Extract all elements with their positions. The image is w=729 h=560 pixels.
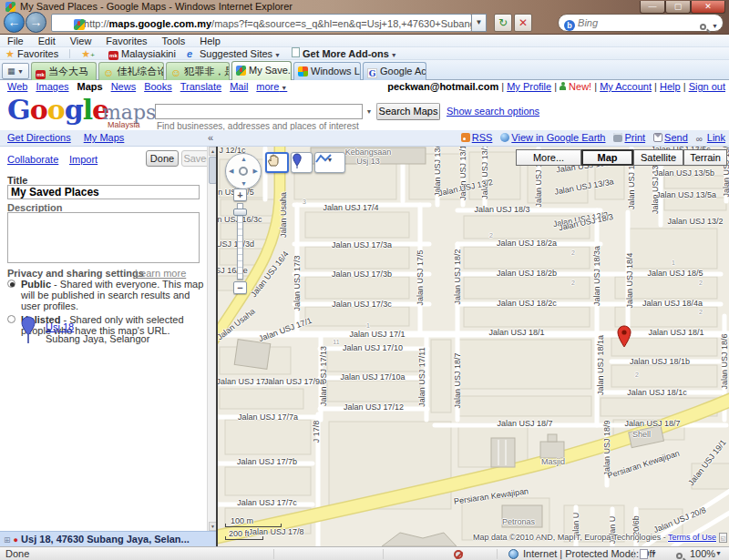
tab-1[interactable]: mk当今大马 bbox=[31, 62, 97, 80]
tab-4[interactable]: My Save...✕ bbox=[231, 61, 292, 80]
page-zoom-dropdown-icon[interactable]: ▼ bbox=[651, 547, 657, 560]
map-type-more[interactable]: More... bbox=[516, 149, 581, 166]
pan-down-icon[interactable]: ▼ bbox=[241, 180, 247, 187]
share-link-label[interactable]: Link bbox=[707, 132, 725, 143]
google-link-mail[interactable]: Mail bbox=[230, 81, 248, 92]
share-link-label[interactable]: View in Google Earth bbox=[511, 132, 605, 143]
zoom-slider-thumb[interactable] bbox=[233, 209, 247, 216]
map-type-map[interactable]: Map bbox=[581, 149, 633, 166]
share-view-in-google-earth[interactable]: View in Google Earth bbox=[500, 132, 605, 143]
pan-center-icon[interactable] bbox=[239, 167, 248, 176]
map-pan-control[interactable]: ▲ ▼ ◀ ▶ bbox=[225, 153, 262, 189]
add-placemark-tool-button[interactable] bbox=[291, 152, 313, 173]
menu-favorites[interactable]: Favorites bbox=[98, 35, 154, 47]
map-label: Jalan USJ 18/1 bbox=[488, 328, 544, 337]
address-dropdown-button[interactable]: ▼ bbox=[472, 14, 487, 32]
pan-up-icon[interactable]: ▲ bbox=[241, 156, 247, 162]
account-link-help[interactable]: Help bbox=[660, 81, 681, 92]
tab-5[interactable]: Windows Li... bbox=[293, 62, 361, 80]
radio-public[interactable] bbox=[7, 280, 15, 288]
google-link-web[interactable]: Web bbox=[7, 81, 27, 92]
zoom-out-button[interactable]: − bbox=[233, 281, 247, 294]
smartscreen-icon[interactable] bbox=[454, 550, 463, 559]
back-button[interactable]: ← bbox=[4, 12, 25, 33]
map-marker-icon[interactable] bbox=[616, 325, 632, 352]
share-link-label[interactable]: RSS bbox=[472, 132, 493, 143]
subbar-link-my-maps[interactable]: My Maps bbox=[84, 132, 125, 143]
tab-label: My Save... bbox=[249, 65, 292, 76]
map-search-input[interactable] bbox=[155, 104, 363, 119]
share-rss[interactable]: RSS bbox=[461, 132, 493, 143]
menu-tools[interactable]: Tools bbox=[155, 35, 193, 47]
subbar-link-get-directions[interactable]: Get Directions bbox=[7, 132, 71, 143]
collapse-sidebar-button[interactable]: « bbox=[208, 130, 213, 146]
menu-help[interactable]: Help bbox=[192, 35, 228, 47]
google-link-maps[interactable]: Maps bbox=[77, 81, 103, 92]
zoom-magnifier-icon[interactable] bbox=[676, 549, 683, 560]
page-zoom-icon[interactable] bbox=[640, 549, 648, 559]
search-icon[interactable] bbox=[700, 18, 706, 35]
quick-tabs-button[interactable]: ▦ ▼ bbox=[2, 63, 29, 79]
done-button[interactable]: Done bbox=[146, 150, 179, 167]
divider bbox=[633, 549, 634, 559]
zoom-in-button[interactable]: + bbox=[233, 188, 247, 201]
share-print[interactable]: Print bbox=[613, 132, 645, 143]
tab-3[interactable]: ☺犯罪非，是... bbox=[166, 62, 230, 80]
pan-right-icon[interactable]: ▶ bbox=[253, 168, 258, 175]
minimize-button[interactable]: — bbox=[640, 1, 665, 14]
google-link-more[interactable]: more ▼ bbox=[256, 81, 287, 92]
dropdown-caret-icon[interactable]: ▼ bbox=[272, 52, 281, 58]
google-link-books[interactable]: Books bbox=[144, 81, 172, 92]
saved-place-link[interactable]: Usj 18 bbox=[46, 321, 74, 332]
account-link-my-account[interactable]: My Account bbox=[600, 81, 652, 92]
forward-button[interactable]: → bbox=[26, 12, 46, 33]
search-maps-button[interactable]: Search Maps bbox=[376, 103, 440, 120]
share-link[interactable]: ∞Link bbox=[696, 132, 725, 143]
menu-edit[interactable]: Edit bbox=[31, 35, 63, 47]
google-link-news[interactable]: News bbox=[111, 81, 137, 92]
dropdown-caret-icon[interactable]: ▼ bbox=[389, 52, 397, 58]
new-badge[interactable]: New! bbox=[566, 81, 591, 92]
terms-of-use-link[interactable]: Terms of Use bbox=[668, 533, 716, 542]
saved-place-list-item[interactable]: ⊞ ● Usj 18, 47630 Subang Jaya, Selan... bbox=[0, 531, 217, 546]
search-history-dropdown-icon[interactable]: ▼ bbox=[364, 106, 375, 117]
map-type-terrain[interactable]: Terrain bbox=[683, 149, 727, 166]
draw-line-tool-button[interactable]: ▼ bbox=[314, 152, 345, 173]
close-button[interactable]: ✕ bbox=[691, 1, 725, 14]
menu-view[interactable]: View bbox=[63, 35, 99, 47]
import-link[interactable]: Import bbox=[69, 154, 98, 165]
favorites-button[interactable]: ★ Favorites bbox=[0, 47, 64, 60]
tab-6[interactable]: GGoogle Ac... bbox=[363, 62, 426, 80]
refresh-button[interactable]: ↻ bbox=[494, 14, 512, 32]
tab-2[interactable]: ☺佳礼综合论... bbox=[98, 62, 164, 80]
description-textarea[interactable] bbox=[7, 212, 200, 263]
expand-icon[interactable]: ⊞ bbox=[4, 535, 11, 545]
show-search-options-link[interactable]: Show search options bbox=[447, 106, 539, 117]
menu-file[interactable]: File bbox=[0, 35, 31, 47]
radio-unlisted[interactable] bbox=[7, 315, 15, 323]
favorite-item-malaysiakini[interactable]: mk Malaysiakini bbox=[103, 47, 181, 60]
google-link-translate[interactable]: Translate bbox=[180, 81, 221, 92]
share-link-label[interactable]: Print bbox=[624, 132, 645, 143]
stop-button[interactable]: ✕ bbox=[514, 14, 532, 32]
learn-more-link[interactable]: Learn more bbox=[135, 268, 186, 279]
hand-tool-button[interactable] bbox=[265, 152, 289, 173]
map-type-satellite[interactable]: Satellite bbox=[633, 149, 683, 166]
bing-search-box[interactable]: b Bing ▼ bbox=[558, 14, 724, 32]
account-link-sign-out[interactable]: Sign out bbox=[689, 81, 725, 92]
maximize-button[interactable]: ▢ bbox=[665, 1, 691, 14]
share-send[interactable]: Send bbox=[653, 132, 688, 143]
zoom-dropdown-icon[interactable]: ▼ bbox=[715, 547, 722, 560]
collaborate-link[interactable]: Collaborate bbox=[7, 154, 58, 165]
zoom-level-text[interactable]: 100% bbox=[690, 547, 715, 560]
bing-dropdown-icon[interactable]: ▼ bbox=[712, 18, 718, 35]
account-link-my-profile[interactable]: My Profile bbox=[507, 81, 551, 92]
map-viewport[interactable]: J 12/1cKebangsaan Usj 13Jalan USJ 13/1dJ… bbox=[216, 147, 729, 546]
report-problem-icon[interactable]: ◱ bbox=[719, 533, 727, 543]
map-title-input[interactable] bbox=[7, 185, 200, 199]
favorite-item-label: Suggested Sites bbox=[197, 48, 272, 59]
google-link-images[interactable]: Images bbox=[36, 81, 68, 92]
share-link-label[interactable]: Send bbox=[664, 132, 688, 143]
pan-left-icon[interactable]: ◀ bbox=[229, 168, 233, 175]
address-bar[interactable]: http://maps.google.com.my/maps?f=q&sourc… bbox=[51, 14, 472, 32]
